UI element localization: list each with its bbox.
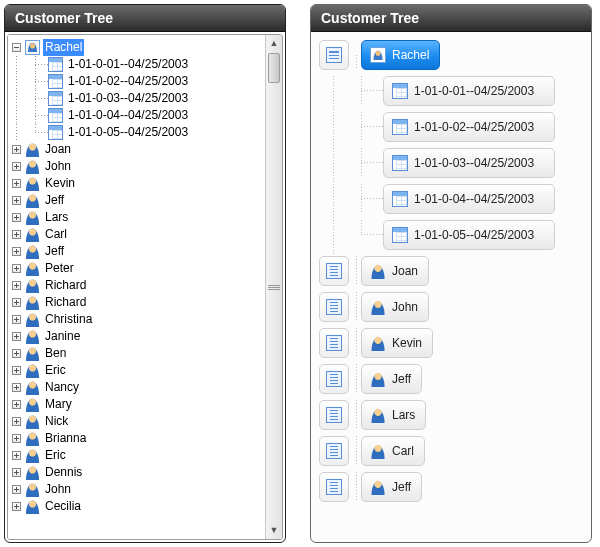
tree-node[interactable]: Lars <box>10 209 263 226</box>
expand-toggle[interactable] <box>12 434 21 443</box>
tree-node-child[interactable]: 1-01-0-03--04/25/2003 <box>10 90 263 107</box>
expand-toggle[interactable] <box>12 162 21 171</box>
tree-node[interactable]: Nancy <box>10 379 263 396</box>
tree-node[interactable]: Carl <box>10 226 263 243</box>
expand-toggle[interactable] <box>12 145 21 154</box>
expand-toggle[interactable] <box>12 298 21 307</box>
tree-closed-icon <box>326 479 342 495</box>
scroll-thumb[interactable] <box>268 53 280 83</box>
tree-node[interactable]: Nick <box>10 413 263 430</box>
grid-icon <box>392 83 408 99</box>
expand-button[interactable] <box>319 436 349 466</box>
tree-node-label: Lars <box>392 408 415 422</box>
tree-node-label: 1-01-0-04--04/25/2003 <box>66 107 190 124</box>
person-icon <box>25 465 40 480</box>
tree-node-button[interactable]: 1-01-0-04--04/25/2003 <box>383 184 555 214</box>
tree-node[interactable]: Ben <box>10 345 263 362</box>
tree-node-label: Nancy <box>43 379 81 396</box>
tree-node[interactable]: Brianna <box>10 430 263 447</box>
tree-node-button[interactable]: Joan <box>361 256 429 286</box>
tree-node: Lars <box>319 400 583 430</box>
collapse-button[interactable] <box>319 40 349 70</box>
expand-button[interactable] <box>319 364 349 394</box>
vertical-scrollbar[interactable]: ▲ ▼ <box>265 35 282 539</box>
tree-node-root: Rachel <box>319 40 583 70</box>
expand-toggle[interactable] <box>12 247 21 256</box>
scroll-down-arrow[interactable]: ▼ <box>266 522 282 539</box>
expand-toggle[interactable] <box>12 485 21 494</box>
expand-toggle[interactable] <box>12 264 21 273</box>
tree-node[interactable]: Joan <box>10 141 263 158</box>
expand-toggle[interactable] <box>12 213 21 222</box>
tree-closed-icon <box>326 407 342 423</box>
tree-node-root[interactable]: Rachel <box>10 39 263 56</box>
tree-node-label: Eric <box>43 447 68 464</box>
expand-toggle[interactable] <box>12 315 21 324</box>
tree-node[interactable]: John <box>10 481 263 498</box>
tree-node-button[interactable]: Kevin <box>361 328 433 358</box>
tree-node-button[interactable]: 1-01-0-01--04/25/2003 <box>383 76 555 106</box>
tree-node[interactable]: Jeff <box>10 243 263 260</box>
expand-toggle[interactable] <box>12 179 21 188</box>
org-person-icon <box>25 40 40 55</box>
expand-toggle[interactable] <box>12 383 21 392</box>
expand-toggle[interactable] <box>12 332 21 341</box>
person-icon <box>25 176 40 191</box>
tree-node[interactable]: Eric <box>10 362 263 379</box>
expand-button[interactable] <box>319 472 349 502</box>
tree-children: 1-01-0-01--04/25/20031-01-0-02--04/25/20… <box>319 76 583 256</box>
expand-toggle[interactable] <box>12 366 21 375</box>
expand-toggle[interactable] <box>12 451 21 460</box>
expand-button[interactable] <box>319 292 349 322</box>
tree-node-child[interactable]: 1-01-0-01--04/25/2003 <box>10 56 263 73</box>
tree-node-child[interactable]: 1-01-0-04--04/25/2003 <box>10 107 263 124</box>
expand-button[interactable] <box>319 256 349 286</box>
tree-node[interactable]: Kevin <box>10 175 263 192</box>
scroll-up-arrow[interactable]: ▲ <box>266 35 282 52</box>
tree-node[interactable]: Christina <box>10 311 263 328</box>
tree-node-label: 1-01-0-03--04/25/2003 <box>66 90 190 107</box>
person-icon <box>25 329 40 344</box>
tree-node-button[interactable]: Jeff <box>361 472 422 502</box>
tree-node[interactable]: Janine <box>10 328 263 345</box>
tree-node: John <box>319 292 583 322</box>
tree-node-label: Janine <box>43 328 82 345</box>
expand-button[interactable] <box>319 328 349 358</box>
tree-node[interactable]: Richard <box>10 277 263 294</box>
tree-node-label: Nick <box>43 413 70 430</box>
tree-node-button[interactable]: Jeff <box>361 364 422 394</box>
tree-node-button[interactable]: Carl <box>361 436 425 466</box>
tree-node[interactable]: Richard <box>10 294 263 311</box>
tree-node-child[interactable]: 1-01-0-02--04/25/2003 <box>10 73 263 90</box>
tree-node[interactable]: John <box>10 158 263 175</box>
expand-button[interactable] <box>319 400 349 430</box>
expand-toggle[interactable] <box>12 196 21 205</box>
person-icon <box>370 299 386 315</box>
tree-node-button[interactable]: 1-01-0-02--04/25/2003 <box>383 112 555 142</box>
person-icon <box>25 159 40 174</box>
tree-node-button[interactable]: 1-01-0-03--04/25/2003 <box>383 148 555 178</box>
tree-node: Jeff <box>319 472 583 502</box>
expand-toggle[interactable] <box>12 349 21 358</box>
tree-node-label: Mary <box>43 396 74 413</box>
tree-node[interactable]: Jeff <box>10 192 263 209</box>
tree-node-label: 1-01-0-02--04/25/2003 <box>414 120 534 134</box>
tree-node-button[interactable]: Rachel <box>361 40 440 70</box>
expand-toggle[interactable] <box>12 400 21 409</box>
tree-node-child[interactable]: 1-01-0-05--04/25/2003 <box>10 124 263 141</box>
expand-toggle[interactable] <box>12 502 21 511</box>
tree-node-button[interactable]: 1-01-0-05--04/25/2003 <box>383 220 555 250</box>
tree-node[interactable]: Cecilia <box>10 498 263 515</box>
tree-node[interactable]: Dennis <box>10 464 263 481</box>
tree-node[interactable]: Peter <box>10 260 263 277</box>
collapse-toggle[interactable] <box>12 43 21 52</box>
expand-toggle[interactable] <box>12 230 21 239</box>
expand-toggle[interactable] <box>12 417 21 426</box>
tree-node[interactable]: Eric <box>10 447 263 464</box>
tree-node-button[interactable]: John <box>361 292 429 322</box>
expand-toggle[interactable] <box>12 281 21 290</box>
person-icon <box>25 142 40 157</box>
tree-node[interactable]: Mary <box>10 396 263 413</box>
expand-toggle[interactable] <box>12 468 21 477</box>
tree-node-button[interactable]: Lars <box>361 400 426 430</box>
